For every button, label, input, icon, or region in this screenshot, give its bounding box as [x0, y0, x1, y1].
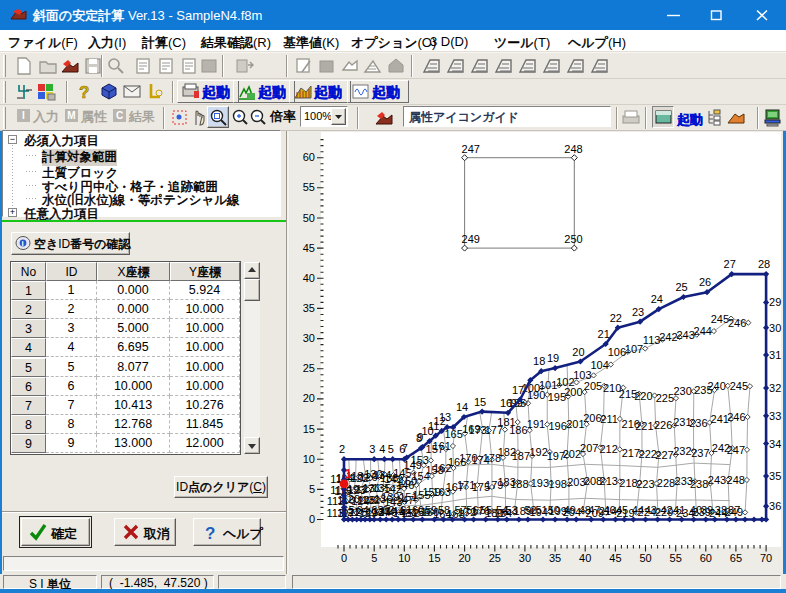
- svg-text:30: 30: [303, 332, 315, 344]
- svg-text:238: 238: [690, 478, 708, 490]
- svg-text:7: 7: [402, 442, 408, 454]
- svg-text:i: i: [22, 239, 24, 248]
- svg-text:20: 20: [572, 346, 584, 358]
- svg-text:113: 113: [643, 334, 661, 346]
- svg-text:240: 240: [707, 380, 725, 392]
- svg-text:45: 45: [609, 552, 621, 564]
- svg-text:248: 248: [564, 143, 582, 155]
- svg-text:36: 36: [769, 500, 781, 512]
- svg-text:225: 225: [656, 392, 674, 404]
- svg-text:25: 25: [303, 362, 315, 374]
- svg-text:226: 226: [654, 419, 672, 431]
- svg-text:37: 37: [728, 504, 740, 516]
- svg-text:236: 236: [689, 417, 707, 429]
- svg-text:106: 106: [608, 346, 626, 358]
- svg-text:30: 30: [519, 552, 531, 564]
- svg-text:46: 46: [603, 504, 615, 516]
- svg-text:192: 192: [529, 446, 547, 458]
- svg-text:63: 63: [371, 504, 383, 516]
- svg-text:202: 202: [563, 448, 581, 460]
- svg-text:196: 196: [548, 420, 566, 432]
- svg-text:56: 56: [466, 504, 478, 516]
- svg-text:13: 13: [439, 411, 451, 423]
- svg-text:205: 205: [584, 380, 602, 392]
- svg-text:5: 5: [371, 552, 377, 564]
- svg-text:249: 249: [462, 233, 480, 245]
- svg-text:39: 39: [701, 504, 713, 516]
- svg-text:103: 103: [573, 369, 591, 381]
- svg-text:38: 38: [715, 504, 727, 516]
- svg-text:60: 60: [700, 552, 712, 564]
- svg-text:17: 17: [512, 384, 524, 396]
- svg-text:18: 18: [533, 355, 545, 367]
- svg-text:193: 193: [531, 477, 549, 489]
- svg-text:61: 61: [400, 504, 412, 516]
- svg-text:15: 15: [303, 423, 315, 435]
- svg-text:107: 107: [625, 343, 643, 355]
- svg-text:49: 49: [564, 504, 576, 516]
- svg-text:28: 28: [758, 258, 770, 270]
- svg-text:41: 41: [673, 504, 685, 516]
- svg-text:59: 59: [425, 504, 437, 516]
- svg-text:50: 50: [303, 212, 315, 224]
- svg-text:245: 245: [730, 380, 748, 392]
- svg-text:186: 186: [509, 424, 527, 436]
- svg-text:247: 247: [727, 444, 745, 456]
- svg-text:10: 10: [398, 552, 410, 564]
- svg-text:102: 102: [556, 376, 574, 388]
- svg-text:51: 51: [535, 504, 547, 516]
- svg-text:101: 101: [539, 379, 557, 391]
- svg-text:213: 213: [600, 475, 618, 487]
- svg-text:188: 188: [510, 478, 528, 490]
- svg-text:104: 104: [590, 359, 608, 371]
- svg-text:55: 55: [303, 181, 315, 193]
- svg-text:31: 31: [769, 349, 781, 361]
- svg-text:187: 187: [512, 450, 530, 462]
- svg-text:55: 55: [480, 504, 492, 516]
- svg-text:245: 245: [711, 313, 729, 325]
- svg-text:?: ?: [205, 524, 215, 541]
- svg-text:246: 246: [728, 317, 746, 329]
- svg-text:0: 0: [309, 513, 315, 525]
- svg-text:228: 228: [657, 477, 675, 489]
- svg-text:32: 32: [769, 382, 781, 394]
- svg-text:201: 201: [566, 418, 584, 430]
- svg-text:237: 237: [691, 447, 709, 459]
- svg-text:241: 241: [711, 413, 729, 425]
- svg-text:62: 62: [382, 504, 394, 516]
- svg-text:48: 48: [579, 504, 591, 516]
- svg-text:52: 52: [524, 504, 536, 516]
- svg-text:42: 42: [660, 504, 672, 516]
- svg-text:230: 230: [673, 385, 691, 397]
- svg-text:24: 24: [651, 293, 663, 305]
- svg-text:248: 248: [727, 474, 745, 486]
- svg-text:207: 207: [580, 442, 598, 454]
- svg-text:223: 223: [636, 478, 654, 490]
- svg-text:221: 221: [635, 420, 653, 432]
- svg-text:243: 243: [676, 329, 694, 341]
- svg-text:1: 1: [345, 467, 352, 481]
- svg-text:60: 60: [303, 151, 315, 163]
- svg-text:35: 35: [549, 552, 561, 564]
- svg-text:14: 14: [456, 401, 468, 413]
- svg-text:21: 21: [598, 328, 610, 340]
- svg-text:27: 27: [724, 258, 736, 270]
- svg-text:54: 54: [496, 504, 508, 516]
- svg-text:242: 242: [659, 331, 677, 343]
- svg-text:50: 50: [639, 552, 651, 564]
- svg-text:29: 29: [769, 296, 781, 308]
- svg-text:232: 232: [673, 445, 691, 457]
- svg-text:50: 50: [548, 504, 560, 516]
- svg-text:10: 10: [303, 453, 315, 465]
- svg-text:211: 211: [600, 413, 618, 425]
- svg-text:0: 0: [341, 552, 347, 564]
- svg-text:206: 206: [583, 412, 601, 424]
- svg-text:191: 191: [527, 418, 545, 430]
- svg-text:64: 64: [357, 504, 369, 516]
- svg-text:70: 70: [760, 552, 772, 564]
- svg-text:60: 60: [412, 504, 424, 516]
- svg-text:43: 43: [645, 504, 657, 516]
- svg-text:247: 247: [462, 143, 480, 155]
- svg-text:212: 212: [599, 443, 617, 455]
- svg-text:55: 55: [670, 552, 682, 564]
